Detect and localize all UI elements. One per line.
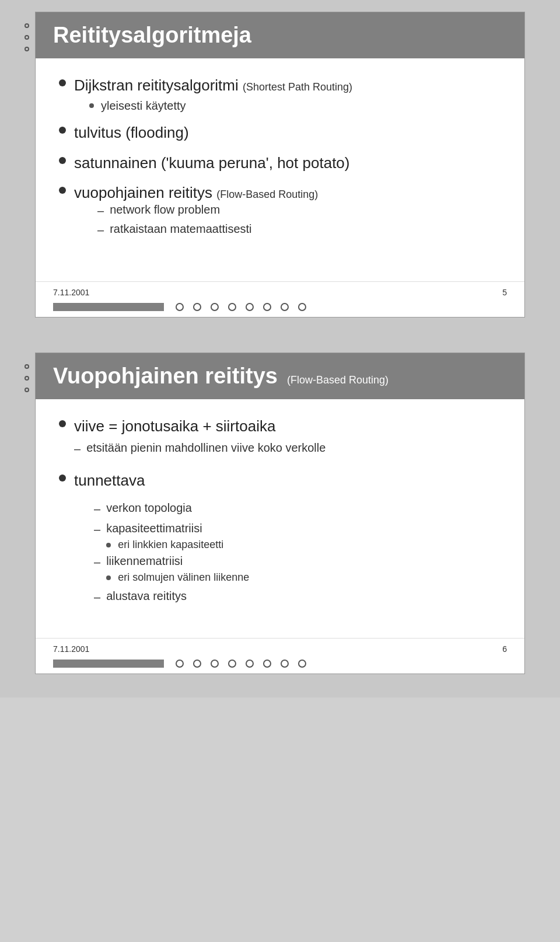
bullet-dot-4: [59, 187, 66, 194]
satunnainen-text: satunnainen ('kuuma peruna', hot potato): [74, 153, 349, 173]
dash-kapasiteetti: – kapasiteettimatriisi eri linkkien kapa…: [94, 522, 501, 551]
tunnettava-dashes: – verkon topologia – kapasiteettimatriis…: [94, 501, 501, 604]
bullet-dot-s2-1: [59, 420, 66, 427]
nav-circle-s2-1[interactable]: [176, 660, 184, 668]
slide1-content: Dijkstran reititysalgoritmi (Shortest Pa…: [36, 76, 524, 264]
left-dot-s2-2: [24, 376, 29, 381]
nav-circle-4[interactable]: [228, 303, 236, 311]
dash-s2-5: –: [94, 591, 100, 604]
slide1-title-bar: Reititysalgoritmeja: [36, 12, 524, 58]
dash-s2-2: –: [94, 503, 100, 516]
bullet-dijkstran-text: Dijkstran reititysalgoritmi (Shortest Pa…: [74, 76, 352, 113]
slide1-nav-bar: [36, 301, 524, 317]
nav-circle-3[interactable]: [211, 303, 219, 311]
dijkstran-small: (Shortest Path Routing): [243, 81, 352, 93]
sub-text-kapasiteetti: eri linkkien kapasiteetti: [118, 539, 223, 551]
bullet-dot-s2-2: [59, 475, 66, 482]
sub-text-yleisesti: yleisesti käytetty: [101, 99, 186, 113]
bullet-dijkstran: Dijkstran reititysalgoritmi (Shortest Pa…: [59, 76, 501, 113]
sub-dot-1: [89, 103, 94, 108]
sub-bullet-yleisesti: yleisesti käytetty: [89, 99, 352, 113]
dash-verkon: – verkon topologia: [94, 501, 501, 516]
nav-circle-7[interactable]: [281, 303, 289, 311]
dash-s2-1: –: [74, 442, 80, 456]
nav-circle-s2-8[interactable]: [298, 660, 306, 668]
left-dot-s2-3: [24, 388, 29, 392]
slide2-nav-bar: [36, 657, 524, 674]
tunnettava-text: tunnettava: [74, 471, 145, 491]
dash-s2-text-1: etsitään pienin mahdollinen viive koko v…: [86, 441, 326, 455]
nav-circle-s2-7[interactable]: [281, 660, 289, 668]
dijkstran-label: Dijkstran reititysalgoritmi: [74, 76, 239, 94]
viive-text: viive = jonotusaika + siirtoaika: [74, 417, 275, 435]
bullet-satunnainen: satunnainen ('kuuma peruna', hot potato): [59, 153, 501, 173]
dash-s2-text-5: alustava reititys: [106, 589, 187, 603]
slide1-page: 5: [502, 288, 507, 297]
left-dot-2: [24, 35, 29, 40]
dash-s2-text-3: kapasiteettimatriisi: [106, 522, 202, 535]
left-dot-3: [24, 47, 29, 51]
dash-2: –: [97, 224, 104, 237]
slide1-title: Reititysalgoritmeja: [53, 23, 507, 48]
slide2-content: viive = jonotusaika + siirtoaika – etsit…: [36, 417, 524, 620]
dash-s2-text-2: verkon topologia: [106, 501, 192, 515]
liikenne-content: liikennematriisi eri solmujen välinen li…: [106, 554, 249, 584]
bullet-tunnettava: tunnettava: [59, 471, 501, 491]
tulvitus-text: tulvitus (flooding): [74, 123, 189, 143]
dash-text-1: network flow problem: [110, 203, 220, 217]
left-dot-s2-1: [24, 364, 29, 369]
dash-liikenne: – liikennematriisi eri solmujen välinen …: [94, 554, 501, 584]
kapasiteetti-content: kapasiteettimatriisi eri linkkien kapasi…: [106, 522, 223, 551]
dash-text-2: ratkaistaan matemaattisesti: [110, 222, 251, 236]
dash-s2-text-4: liikennematriisi: [106, 554, 183, 567]
slide1-footer: 7.11.2001 5: [36, 281, 524, 301]
bullet-dot-3: [59, 157, 66, 164]
dash-s2-4: –: [94, 556, 100, 569]
bullet-tulvitus: tulvitus (flooding): [59, 123, 501, 143]
bullet-vuopohjainen: vuopohjainen reititys (Flow-Based Routin…: [59, 183, 501, 242]
slide-gap: [35, 335, 525, 353]
vuopohjainen-label: vuopohjainen reititys: [74, 184, 212, 201]
nav-circle-s2-3[interactable]: [211, 660, 219, 668]
bullet-dot-2: [59, 127, 66, 134]
slide2-progress-bar: [53, 660, 164, 668]
slide2-footer: 7.11.2001 6: [36, 638, 524, 657]
slide2-title: Vuopohjainen reititys: [53, 364, 278, 389]
bullet-dot-1: [59, 79, 66, 86]
nav-circle-s2-6[interactable]: [263, 660, 271, 668]
dash-alustava: – alustava reititys: [94, 589, 501, 604]
dash-s2-3: –: [94, 523, 100, 536]
dash-network-flow: – network flow problem: [97, 203, 318, 218]
slide2-date: 7.11.2001: [53, 644, 89, 654]
slide1-nav-circles: [176, 303, 306, 311]
nav-circle-8[interactable]: [298, 303, 306, 311]
sub-text-liikenne: eri solmujen välinen liikenne: [118, 571, 249, 584]
viive-content: viive = jonotusaika + siirtoaika – etsit…: [74, 417, 326, 460]
slide2-nav-circles: [176, 660, 306, 668]
slide-2: Vuopohjainen reititys (Flow-Based Routin…: [35, 353, 525, 674]
sub-dot-s2-1: [106, 543, 111, 547]
dash-ratkaistaan: – ratkaistaan matemaattisesti: [97, 222, 318, 237]
slide2-subtitle: (Flow-Based Routing): [287, 374, 388, 386]
dash-1: –: [97, 204, 104, 218]
slide-1: Reititysalgoritmeja Dijkstran reititysal…: [35, 12, 525, 318]
dash-etsitaan: – etsitään pienin mahdollinen viive koko…: [74, 441, 326, 456]
slide2-page: 6: [502, 644, 507, 654]
left-dot-1: [24, 23, 29, 28]
slide1-progress-bar: [53, 303, 164, 311]
vuopohjainen-content: vuopohjainen reititys (Flow-Based Routin…: [74, 183, 318, 242]
nav-circle-5[interactable]: [246, 303, 254, 311]
slide1-date: 7.11.2001: [53, 288, 89, 297]
nav-circle-6[interactable]: [263, 303, 271, 311]
sub-dot-s2-2: [106, 575, 111, 580]
bullet-viive: viive = jonotusaika + siirtoaika – etsit…: [59, 417, 501, 460]
sub-liikenne: eri solmujen välinen liikenne: [106, 571, 249, 584]
slide2-title-bar: Vuopohjainen reititys (Flow-Based Routin…: [36, 353, 524, 399]
nav-circle-1[interactable]: [176, 303, 184, 311]
nav-circle-s2-5[interactable]: [246, 660, 254, 668]
nav-circle-2[interactable]: [193, 303, 201, 311]
vuopohjainen-small: (Flow-Based Routing): [216, 189, 318, 200]
nav-circle-s2-4[interactable]: [228, 660, 236, 668]
nav-circle-s2-2[interactable]: [193, 660, 201, 668]
sub-kapasiteetti: eri linkkien kapasiteetti: [106, 539, 223, 551]
